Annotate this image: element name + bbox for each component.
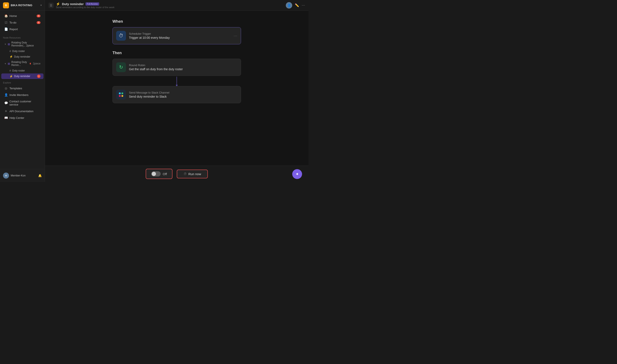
group2-label: Rotating Duty Remin...: [11, 61, 28, 66]
round-robin-title: Round Robin: [129, 64, 237, 67]
chevron-down-icon: ▾: [40, 4, 42, 7]
trigger-node-title: Scheduler Trigger: [129, 32, 230, 35]
main-content: ☰ ⚡ Duty reminder Full Access Send remin…: [45, 0, 308, 182]
group1-label: Rotating Duty Reminder(... 2piece: [11, 41, 40, 47]
main-nav: 🏠 Home 4 ☑ To-do 4 📄 Report: [0, 11, 45, 34]
group2-duty-roster[interactable]: # Duty roster: [1, 68, 43, 73]
templates-label: Templates: [9, 87, 22, 90]
group1-duty-roster[interactable]: # Duty roster: [1, 48, 43, 54]
lightning-icon-2: ⚡: [9, 75, 13, 78]
templates-icon: ◎: [4, 87, 8, 90]
sidebar-bottom: M Member-Kon 🔔: [0, 169, 45, 182]
report-icon: 📄: [4, 27, 8, 31]
access-badge: Full Access: [85, 2, 99, 6]
error-dot: [30, 63, 31, 65]
page-lightning-icon: ⚡: [56, 2, 60, 6]
workflow-canvas: When ⏱ Scheduler Trigger Trigger at 10:0…: [45, 11, 308, 166]
nav-report-label: Report: [9, 28, 18, 31]
toggle-container[interactable]: Off: [146, 169, 173, 179]
svg-rect-0: [119, 92, 121, 94]
home-icon: 🏠: [4, 14, 8, 18]
group2-item2-badge: 1: [37, 75, 40, 78]
invite-label: Invite Members: [9, 93, 28, 97]
hash-icon-2: #: [9, 69, 11, 72]
group2-header[interactable]: ▼ ⊞ Rotating Duty Remin... 2piece: [1, 60, 43, 68]
nav-api[interactable]: ✳ API Documentation: [1, 108, 43, 114]
svg-rect-2: [119, 95, 121, 97]
menu-toggle-button[interactable]: ☰: [48, 2, 54, 8]
user-name: Member-Kon: [11, 174, 36, 177]
slack-title: Send Message to Slack Channel: [129, 91, 237, 94]
group1-item2-label: Duty reminder: [14, 55, 30, 58]
contact-label: Contact customer service: [9, 100, 40, 106]
nav-report[interactable]: 📄 Report: [1, 26, 43, 32]
trigger-more-icon[interactable]: ⋯: [233, 33, 237, 38]
nav-invite[interactable]: 👤 Invite Members: [1, 92, 43, 98]
edit-icon[interactable]: ✏️: [295, 3, 299, 7]
svg-rect-3: [121, 95, 123, 97]
sidebar: B BIKA ROTATING ▾ 🏠 Home 4 ☑ To-do 4 📄 R…: [0, 0, 45, 182]
group1-item1-label: Duty roster: [12, 50, 25, 53]
slack-desc: Send duty reminder to Slack: [129, 95, 237, 98]
topbar-title-group: ⚡ Duty reminder Full Access Send reminde…: [56, 2, 114, 9]
nav-todo[interactable]: ☑ To-do 4: [1, 19, 43, 26]
group2-item1-label: Duty roster: [12, 69, 25, 72]
nav-home[interactable]: 🏠 Home 4: [1, 13, 43, 19]
group1-header[interactable]: ▼ ⊞ Rotating Duty Reminder(... 2piece: [1, 40, 43, 48]
org-header[interactable]: B BIKA ROTATING ▾: [0, 0, 45, 11]
user-topbar-avatar[interactable]: 👤: [286, 2, 292, 9]
toggle-knob: [152, 172, 156, 176]
help-icon: 📖: [4, 116, 8, 119]
workflow-diagram: When ⏱ Scheduler Trigger Trigger at 10:0…: [112, 19, 241, 103]
run-now-label: Run now: [188, 172, 201, 176]
invite-icon: 👤: [4, 93, 8, 97]
topbar: ☰ ⚡ Duty reminder Full Access Send remin…: [45, 0, 308, 11]
when-label: When: [112, 19, 123, 24]
group2-duty-reminder[interactable]: ⚡ Duty reminder 1: [1, 73, 43, 79]
api-icon: ✳: [4, 109, 8, 113]
scheduler-icon: ⏱: [119, 33, 123, 39]
fab-button[interactable]: ✦: [292, 169, 302, 179]
grid-icon-1: ⊞: [8, 43, 10, 46]
nav-templates[interactable]: ◎ Templates: [1, 85, 43, 91]
api-label: API Documentation: [9, 110, 33, 113]
org-avatar: B: [3, 2, 9, 8]
trigger-node[interactable]: ⏱ Scheduler Trigger Trigger at 10:00 eve…: [112, 27, 241, 44]
slack-icon-wrap: [116, 90, 126, 100]
bell-icon[interactable]: 🔔: [38, 174, 42, 177]
explore-label: Explore: [0, 79, 45, 85]
trigger-node-info: Scheduler Trigger Trigger at 10:00 every…: [129, 32, 230, 39]
page-subtitle: Send reminders according to the duty ros…: [56, 6, 114, 9]
nav-contact[interactable]: 💬 Contact customer service: [1, 98, 43, 108]
slack-info: Send Message to Slack Channel Send duty …: [129, 91, 237, 98]
run-now-button[interactable]: ⏱ Run now: [177, 169, 208, 178]
menu-icon: ☰: [50, 4, 53, 7]
more-options-icon[interactable]: ⋯: [302, 3, 305, 7]
hash-icon-1: #: [9, 50, 11, 53]
round-robin-info: Round Robin Get the staff on duty from t…: [129, 64, 237, 71]
connector-wrap: [112, 76, 241, 86]
todo-badge: 4: [37, 21, 40, 24]
topbar-left: ☰ ⚡ Duty reminder Full Access Send remin…: [48, 2, 284, 9]
group1-duty-reminder[interactable]: ⚡ Duty reminder: [1, 54, 43, 59]
then-section: Then ↻ Round Robin Get the staff on duty…: [112, 51, 241, 103]
toggle-label: Off: [163, 172, 167, 176]
connector-line: [176, 77, 177, 85]
page-title: Duty reminder: [62, 2, 84, 6]
fab-icon: ✦: [295, 171, 299, 177]
round-robin-desc: Get the staff on duty from the duty rost…: [129, 67, 237, 71]
user-profile[interactable]: M Member-Kon 🔔: [0, 171, 45, 180]
scheduler-icon-wrap: ⏱: [116, 31, 126, 41]
run-icon: ⏱: [184, 172, 187, 176]
nav-home-label: Home: [9, 14, 17, 18]
toggle-switch[interactable]: [151, 171, 161, 176]
svg-rect-1: [121, 92, 123, 94]
topbar-title-row: ⚡ Duty reminder Full Access: [56, 2, 114, 6]
round-robin-node[interactable]: ↻ Round Robin Get the staff on duty from…: [112, 59, 241, 76]
group2-piece: 2piece: [33, 62, 40, 65]
slack-node[interactable]: Send Message to Slack Channel Send duty …: [112, 86, 241, 103]
round-robin-icon: ↻: [119, 65, 123, 70]
nav-help[interactable]: 📖 Help Center: [1, 115, 43, 121]
group2-item2-label: Duty reminder: [14, 75, 30, 78]
topbar-right: 👤 ✏️ ⋯: [286, 2, 305, 9]
